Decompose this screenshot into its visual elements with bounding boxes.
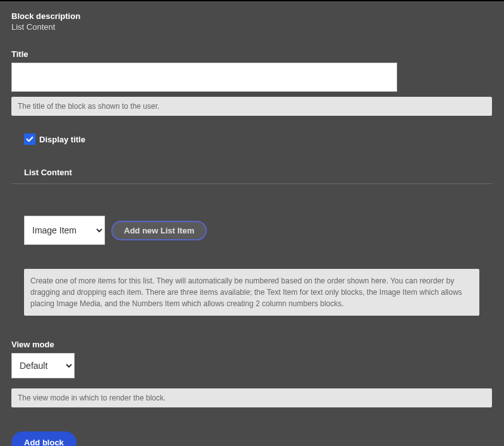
check-icon xyxy=(25,135,34,144)
title-help-text: The title of the block as shown to the u… xyxy=(11,97,492,116)
list-content-heading: List Content xyxy=(24,168,493,177)
block-description-label: Block description xyxy=(11,11,493,21)
display-title-checkbox[interactable] xyxy=(24,133,35,145)
divider xyxy=(11,183,493,184)
block-description-value: List Content xyxy=(11,22,493,32)
display-title-label: Display title xyxy=(39,135,85,144)
title-input[interactable] xyxy=(11,63,397,92)
view-mode-label: View mode xyxy=(11,340,493,349)
view-mode-help-text: The view mode in which to render the blo… xyxy=(11,388,492,407)
add-block-button[interactable]: Add block xyxy=(11,431,77,446)
view-mode-select[interactable]: Default xyxy=(11,353,75,378)
title-label: Title xyxy=(11,49,493,59)
add-list-item-button[interactable]: Add new List Item xyxy=(111,221,207,240)
list-content-help-text: Create one of more items for this list. … xyxy=(24,269,479,316)
list-item-type-select[interactable]: Image Item xyxy=(24,216,105,245)
